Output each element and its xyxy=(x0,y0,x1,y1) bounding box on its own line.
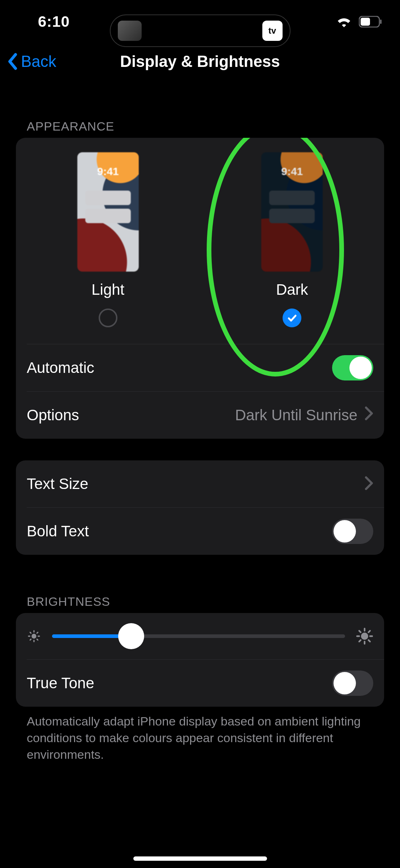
toggle-automatic[interactable] xyxy=(332,355,373,380)
back-label: Back xyxy=(21,52,56,71)
brightness-low-icon xyxy=(27,629,41,643)
toggle-true-tone[interactable] xyxy=(332,671,373,696)
svg-point-3 xyxy=(31,634,36,638)
preview-widgets-light xyxy=(85,191,131,223)
preview-clock-light: 9:41 xyxy=(77,165,139,178)
preview-widgets-dark xyxy=(269,191,315,223)
row-label-bold-text: Bold Text xyxy=(27,523,89,540)
section-footer-brightness: Automatically adapt iPhone display based… xyxy=(16,707,384,763)
section-header-appearance: APPEARANCE xyxy=(16,119,384,133)
status-icons xyxy=(336,14,382,29)
text-group: Text Size Bold Text xyxy=(16,460,384,555)
appearance-label-light: Light xyxy=(91,281,124,298)
back-button[interactable]: Back xyxy=(7,52,56,71)
svg-rect-2 xyxy=(380,20,382,24)
row-text-size[interactable]: Text Size xyxy=(16,460,384,507)
svg-line-11 xyxy=(37,632,38,633)
apple-tv-icon: tv xyxy=(262,21,283,41)
row-value-options: Dark Until Sunrise xyxy=(235,406,373,424)
radio-light[interactable] xyxy=(99,309,117,327)
wifi-icon xyxy=(336,14,352,29)
radio-dark[interactable] xyxy=(283,309,301,327)
status-time: 6:10 xyxy=(38,13,70,30)
row-label-true-tone: True Tone xyxy=(27,675,94,692)
appearance-option-dark[interactable]: 9:41 Dark xyxy=(200,138,384,344)
toggle-bold-text[interactable] xyxy=(332,519,373,544)
row-bold-text[interactable]: Bold Text xyxy=(16,508,384,555)
appearance-group: 9:41 Light 9:41 Dark Automa xyxy=(16,138,384,439)
svg-line-20 xyxy=(369,631,370,632)
row-brightness-slider xyxy=(16,613,384,659)
svg-line-17 xyxy=(359,631,361,632)
svg-line-10 xyxy=(30,639,31,640)
svg-line-18 xyxy=(369,640,370,642)
island-media-thumbnail xyxy=(118,21,142,41)
preview-clock-dark: 9:41 xyxy=(261,165,323,178)
svg-line-9 xyxy=(37,639,38,640)
brightness-group: True Tone xyxy=(16,613,384,707)
row-options[interactable]: Options Dark Until Sunrise xyxy=(16,392,384,439)
row-automatic[interactable]: Automatic xyxy=(16,344,384,391)
battery-icon xyxy=(359,16,382,27)
svg-rect-1 xyxy=(361,18,370,26)
chevron-right-icon xyxy=(365,476,373,492)
dynamic-island[interactable]: tv xyxy=(110,14,291,47)
row-label-options: Options xyxy=(27,407,79,424)
row-label-automatic: Automatic xyxy=(27,359,94,376)
row-label-text-size: Text Size xyxy=(27,475,88,493)
appearance-preview-dark: 9:41 xyxy=(261,152,323,272)
status-bar: 6:10 tv xyxy=(0,0,400,43)
chevron-right-icon xyxy=(365,406,373,424)
appearance-label-dark: Dark xyxy=(276,281,308,298)
brightness-slider[interactable] xyxy=(52,634,345,638)
brightness-high-icon xyxy=(356,627,373,645)
appearance-options-row: 9:41 Light 9:41 Dark xyxy=(16,138,384,344)
svg-point-12 xyxy=(361,633,368,640)
appearance-option-light[interactable]: 9:41 Light xyxy=(16,138,200,344)
navigation-bar: Back Display & Brightness xyxy=(0,43,400,80)
page-title: Display & Brightness xyxy=(0,52,400,71)
svg-line-8 xyxy=(30,632,31,633)
chevron-left-icon xyxy=(7,53,18,70)
home-indicator[interactable] xyxy=(133,856,267,861)
row-true-tone[interactable]: True Tone xyxy=(16,660,384,707)
brightness-slider-thumb[interactable] xyxy=(118,623,144,649)
section-header-brightness: BRIGHTNESS xyxy=(16,595,384,609)
appearance-preview-light: 9:41 xyxy=(77,152,139,272)
svg-line-19 xyxy=(359,640,361,642)
checkmark-icon xyxy=(287,312,297,323)
